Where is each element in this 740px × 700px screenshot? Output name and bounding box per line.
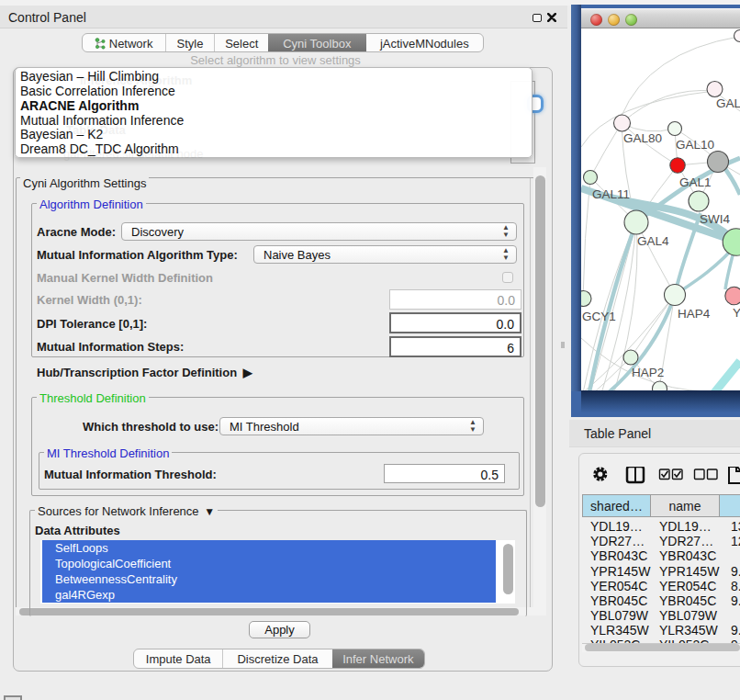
- svg-text:GAL10: GAL10: [676, 138, 714, 152]
- svg-text:GAL1: GAL1: [679, 175, 712, 189]
- svg-text:GAL80: GAL80: [623, 131, 662, 145]
- svg-text:SWI4: SWI4: [700, 212, 730, 226]
- svg-text:GAL: GAL: [716, 96, 740, 110]
- svg-text:GAL11: GAL11: [592, 187, 630, 201]
- svg-text:HAP2: HAP2: [632, 366, 664, 379]
- svg-text:Y: Y: [733, 306, 740, 320]
- svg-text:GCY1: GCY1: [582, 310, 616, 323]
- svg-text:GAL4: GAL4: [637, 234, 669, 248]
- svg-text:HAP4: HAP4: [678, 307, 711, 321]
